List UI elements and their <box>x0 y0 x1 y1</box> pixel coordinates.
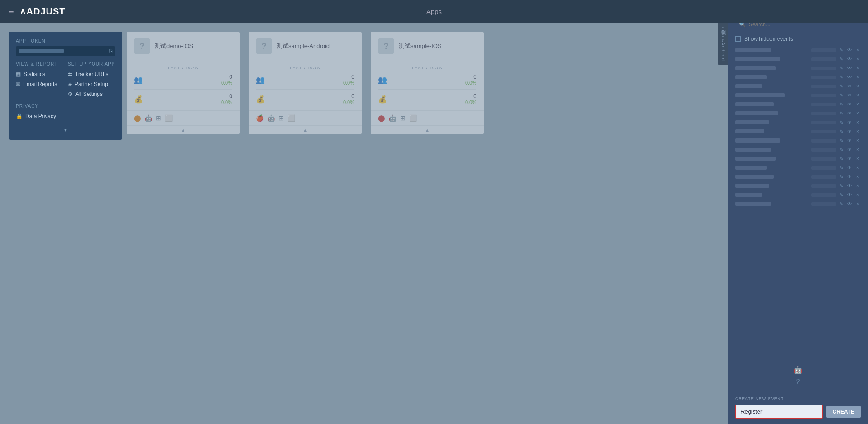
event-actions-0: ✎ 👁 × <box>811 48 861 52</box>
event-delete-icon-6[interactable]: × <box>854 102 861 107</box>
data-privacy-menu-item[interactable]: 🔒 Data Privacy <box>16 111 115 121</box>
all-settings-menu-item[interactable]: ⚙ All Settings <box>68 89 115 99</box>
event-edit-icon-12[interactable]: ✎ <box>838 156 844 161</box>
event-name-col-6 <box>735 102 811 106</box>
event-hide-icon-12[interactable]: 👁 <box>846 156 853 161</box>
event-hide-icon-5[interactable]: 👁 <box>846 93 853 98</box>
event-delete-icon-9[interactable]: × <box>854 129 861 134</box>
create-event-row: CREATE <box>735 405 861 419</box>
event-edit-icon-15[interactable]: ✎ <box>838 183 844 188</box>
event-edit-icon-9[interactable]: ✎ <box>838 129 844 134</box>
menu-icon[interactable]: ≡ <box>9 7 14 16</box>
create-event-button[interactable]: CREATE <box>826 406 861 418</box>
event-edit-icon-7[interactable]: ✎ <box>838 111 844 116</box>
event-delete-icon-13[interactable]: × <box>854 165 861 170</box>
event-hide-icon-6[interactable]: 👁 <box>846 102 853 107</box>
event-delete-icon-4[interactable]: × <box>854 84 861 89</box>
event-delete-icon-7[interactable]: × <box>854 111 861 116</box>
event-edit-icon-5[interactable]: ✎ <box>838 93 844 98</box>
event-edit-icon-11[interactable]: ✎ <box>838 147 844 152</box>
event-row-3[interactable]: ✎ 👁 × <box>731 73 864 81</box>
event-delete-icon-2[interactable]: × <box>854 66 861 71</box>
event-edit-icon-14[interactable]: ✎ <box>838 174 844 179</box>
token-box[interactable]: ⎘ <box>16 46 115 56</box>
event-edit-icon-16[interactable]: ✎ <box>838 192 844 197</box>
event-hide-icon-15[interactable]: 👁 <box>846 183 853 188</box>
show-hidden-events[interactable]: Show hidden events <box>728 34 868 46</box>
collapse-button[interactable]: ▼ <box>16 127 115 133</box>
event-edit-icon-0[interactable]: ✎ <box>838 48 844 52</box>
event-row-7[interactable]: ✎ 👁 × <box>731 109 864 118</box>
event-edit-icon-8[interactable]: ✎ <box>838 120 844 125</box>
statistics-menu-item[interactable]: ▦ Statistics <box>16 69 63 79</box>
event-hide-icon-1[interactable]: 👁 <box>846 57 853 62</box>
event-edit-icon-13[interactable]: ✎ <box>838 165 844 170</box>
event-edit-icon-4[interactable]: ✎ <box>838 84 844 89</box>
tracker-urls-menu-item[interactable]: ⇆ Tracker URLs <box>68 69 115 79</box>
partner-icon: ◈ <box>68 81 72 87</box>
event-row-17[interactable]: ✎ 👁 × <box>731 200 864 208</box>
event-delete-icon-8[interactable]: × <box>854 120 861 125</box>
event-row-16[interactable]: ✎ 👁 × <box>731 191 864 199</box>
event-row-2[interactable]: ✎ 👁 × <box>731 64 864 72</box>
event-hide-icon-10[interactable]: 👁 <box>846 138 853 143</box>
event-row-12[interactable]: ✎ 👁 × <box>731 154 864 163</box>
event-hide-icon-11[interactable]: 👁 <box>846 147 853 152</box>
event-hide-icon-9[interactable]: 👁 <box>846 129 853 134</box>
event-delete-icon-3[interactable]: × <box>854 75 861 80</box>
event-delete-icon-15[interactable]: × <box>854 183 861 188</box>
event-name-col-1 <box>735 57 811 61</box>
event-row-11[interactable]: ✎ 👁 × <box>731 145 864 154</box>
event-hide-icon-4[interactable]: 👁 <box>846 84 853 89</box>
create-event-label: CREATE NEW EVENT <box>735 396 861 401</box>
event-hide-icon-0[interactable]: 👁 <box>846 48 853 52</box>
event-actions-5: ✎ 👁 × <box>811 93 861 98</box>
event-hide-icon-13[interactable]: 👁 <box>846 165 853 170</box>
event-delete-icon-10[interactable]: × <box>854 138 861 143</box>
event-row-1[interactable]: ✎ 👁 × <box>731 55 864 63</box>
data-privacy-label: Data Privacy <box>25 113 56 119</box>
new-event-input[interactable] <box>735 405 823 419</box>
event-row-15[interactable]: ✎ 👁 × <box>731 181 864 190</box>
event-hide-icon-3[interactable]: 👁 <box>846 75 853 80</box>
event-delete-icon-11[interactable]: × <box>854 147 861 152</box>
event-edit-icon-2[interactable]: ✎ <box>838 66 844 71</box>
email-reports-menu-item[interactable]: ✉ Email Reports <box>16 79 63 89</box>
event-hide-icon-8[interactable]: 👁 <box>846 120 853 125</box>
event-delete-icon-17[interactable]: × <box>854 201 861 206</box>
event-hide-icon-7[interactable]: 👁 <box>846 111 853 116</box>
event-row-0[interactable]: ✎ 👁 × <box>731 46 864 54</box>
event-name-col-15 <box>735 184 811 188</box>
event-hide-icon-14[interactable]: 👁 <box>846 174 853 179</box>
event-row-13[interactable]: ✎ 👁 × <box>731 163 864 172</box>
android-bottom-icon[interactable]: 🤖 <box>793 366 802 374</box>
event-delete-icon-1[interactable]: × <box>854 57 861 62</box>
event-hide-icon-16[interactable]: 👁 <box>846 192 853 197</box>
event-delete-icon-16[interactable]: × <box>854 192 861 197</box>
event-edit-icon-10[interactable]: ✎ <box>838 138 844 143</box>
event-name-blur-6 <box>735 102 774 106</box>
event-row-5[interactable]: ✎ 👁 × <box>731 91 864 100</box>
help-bottom-icon[interactable]: ? <box>796 378 800 386</box>
event-row-6[interactable]: ✎ 👁 × <box>731 100 864 109</box>
event-delete-icon-14[interactable]: × <box>854 174 861 179</box>
event-hide-icon-2[interactable]: 👁 <box>846 66 853 71</box>
event-row-9[interactable]: ✎ 👁 × <box>731 127 864 136</box>
copy-icon[interactable]: ⎘ <box>109 48 113 54</box>
event-row-14[interactable]: ✎ 👁 × <box>731 172 864 181</box>
event-row-4[interactable]: ✎ 👁 × <box>731 82 864 91</box>
show-hidden-checkbox[interactable] <box>735 36 741 42</box>
event-delete-icon-12[interactable]: × <box>854 156 861 161</box>
event-edit-icon-3[interactable]: ✎ <box>838 75 844 80</box>
event-name-blur-15 <box>735 184 769 188</box>
partner-setup-menu-item[interactable]: ◈ Partner Setup <box>68 79 115 89</box>
event-hide-icon-17[interactable]: 👁 <box>846 201 853 206</box>
event-edit-icon-17[interactable]: ✎ <box>838 201 844 206</box>
event-edit-icon-6[interactable]: ✎ <box>838 102 844 107</box>
event-delete-icon-0[interactable]: × <box>854 48 861 52</box>
event-token-7 <box>811 112 836 115</box>
event-row-10[interactable]: ✎ 👁 × <box>731 136 864 145</box>
event-delete-icon-5[interactable]: × <box>854 93 861 98</box>
event-row-8[interactable]: ✎ 👁 × <box>731 118 864 127</box>
event-edit-icon-1[interactable]: ✎ <box>838 57 844 62</box>
